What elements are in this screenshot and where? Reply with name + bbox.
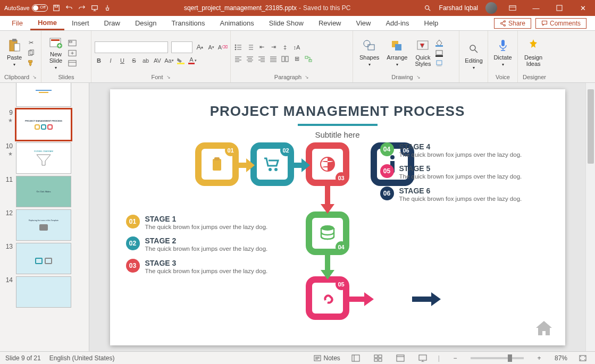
arrange-button[interactable]: Arrange▾ xyxy=(383,37,410,69)
font-size-input[interactable] xyxy=(171,41,192,53)
fit-to-window-icon[interactable] xyxy=(576,353,590,363)
thumbnail[interactable] xyxy=(16,276,71,308)
section-icon[interactable] xyxy=(68,59,77,67)
slideshow-view-icon[interactable] xyxy=(416,353,430,363)
thumbnail-panel[interactable]: 9★PROJECT MANAGEMENT PROCESS 10★FUNNEL D… xyxy=(0,83,89,351)
bold-icon[interactable]: B xyxy=(95,56,103,65)
normal-view-icon[interactable] xyxy=(349,353,363,363)
align-right-icon[interactable] xyxy=(257,55,266,63)
slide-editor[interactable]: PROJECT MANAGEMENT PROCESS Subtitle here… xyxy=(89,83,585,351)
tab-draw[interactable]: Draw xyxy=(97,16,128,30)
thumbnail[interactable]: Replacing the icons in this Template xyxy=(16,209,71,241)
strike-icon[interactable]: S xyxy=(130,56,138,65)
autosave-toggle[interactable]: AutoSave Off xyxy=(4,4,48,12)
zoom-in-icon[interactable]: + xyxy=(532,353,546,363)
spacing-icon[interactable]: AV xyxy=(153,56,162,65)
stage-list-right[interactable]: 04STAGE 4The quick brown fox jumps over … xyxy=(380,142,522,209)
indent-inc-icon[interactable]: ⇥ xyxy=(269,43,278,52)
tab-file[interactable]: File xyxy=(4,16,30,30)
design-ideas-button[interactable]: Design Ideas xyxy=(521,37,546,69)
tab-slideshow[interactable]: Slide Show xyxy=(262,16,311,30)
minimize-icon[interactable]: — xyxy=(528,3,544,13)
reset-icon[interactable] xyxy=(68,49,77,57)
stage-item[interactable]: 03STAGE 3The quick brown fox jumps over … xyxy=(126,259,268,276)
stage-item[interactable]: 06STAGE 6The quick brown fox jumps over … xyxy=(380,187,522,204)
reading-view-icon[interactable] xyxy=(393,353,407,363)
grow-font-icon[interactable]: A▴ xyxy=(196,43,204,52)
align-text-icon[interactable]: ⊞ xyxy=(292,55,301,63)
dialog-launch-icon[interactable]: ↘ xyxy=(305,74,309,80)
dialog-launch-icon[interactable]: ↘ xyxy=(166,74,171,80)
close-icon[interactable]: ✕ xyxy=(575,3,591,13)
shadow-icon[interactable]: ab xyxy=(141,56,150,65)
slide-title[interactable]: PROJECT MANAGEMENT PROCESS xyxy=(124,103,551,120)
shape-fill-icon[interactable] xyxy=(435,39,443,47)
thumbnail[interactable] xyxy=(16,83,71,107)
zoom-level[interactable]: 87% xyxy=(555,354,567,362)
shape-effects-icon[interactable] xyxy=(435,59,443,67)
vertical-scrollbar[interactable] xyxy=(585,83,595,351)
clear-format-icon[interactable]: A⌫ xyxy=(219,43,227,52)
smartart-icon[interactable] xyxy=(304,55,313,63)
flow-box-2[interactable]: 02 xyxy=(250,142,294,186)
language-status[interactable]: English (United States) xyxy=(49,354,115,362)
bullets-icon[interactable] xyxy=(234,43,242,52)
justify-icon[interactable] xyxy=(269,55,278,63)
align-center-icon[interactable] xyxy=(246,55,254,63)
italic-icon[interactable]: I xyxy=(106,56,115,65)
layout-icon[interactable] xyxy=(68,39,77,47)
avatar[interactable] xyxy=(485,2,497,14)
thumbnail[interactable]: On Click Slides xyxy=(16,176,71,207)
change-case-icon[interactable]: Aa▾ xyxy=(165,56,173,65)
stage-item[interactable]: 05STAGE 5The quick brown fox jumps over … xyxy=(380,164,522,181)
search-icon[interactable] xyxy=(423,4,432,12)
zoom-out-icon[interactable]: − xyxy=(448,353,462,363)
copy-icon[interactable] xyxy=(27,49,35,57)
share-button[interactable]: Share xyxy=(494,18,531,29)
numbering-icon[interactable] xyxy=(246,43,254,52)
stage-item[interactable]: 02STAGE 2The quick brown fox jumps over … xyxy=(126,236,268,253)
stage-list-left[interactable]: 01STAGE 1The quick brown fox jumps over … xyxy=(126,215,268,281)
font-color-icon[interactable]: A▾ xyxy=(188,56,197,65)
cut-icon[interactable]: ✂ xyxy=(27,39,35,47)
highlight-icon[interactable] xyxy=(177,56,185,65)
present-icon[interactable] xyxy=(90,4,99,12)
font-name-input[interactable] xyxy=(95,41,168,53)
tab-design[interactable]: Design xyxy=(128,16,164,30)
undo-icon[interactable] xyxy=(65,4,73,12)
save-icon[interactable] xyxy=(52,4,61,12)
dialog-launch-icon[interactable]: ↘ xyxy=(32,74,37,80)
quick-styles-button[interactable]: Quick Styles xyxy=(412,37,434,69)
thumbnail[interactable]: FUNNEL DIAGRAM xyxy=(16,142,71,174)
comments-button[interactable]: Comments xyxy=(535,18,586,29)
tab-home[interactable]: Home xyxy=(30,16,64,30)
shrink-font-icon[interactable]: A▾ xyxy=(207,43,216,52)
align-left-icon[interactable] xyxy=(234,55,242,63)
dictate-button[interactable]: Dictate▾ xyxy=(491,37,514,69)
zoom-slider[interactable] xyxy=(471,357,524,359)
tab-addins[interactable]: Add-ins xyxy=(378,16,416,30)
sorter-view-icon[interactable] xyxy=(371,353,385,363)
tab-help[interactable]: Help xyxy=(417,16,446,30)
tab-review[interactable]: Review xyxy=(311,16,349,30)
text-direction-icon[interactable]: ↕A xyxy=(292,43,301,52)
thumbnail-selected[interactable]: PROJECT MANAGEMENT PROCESS xyxy=(16,109,71,140)
indent-dec-icon[interactable]: ⇤ xyxy=(257,43,266,52)
tab-transitions[interactable]: Transitions xyxy=(164,16,212,30)
home-icon[interactable] xyxy=(534,319,554,338)
shape-outline-icon[interactable] xyxy=(435,49,443,57)
slide-subtitle[interactable]: Subtitle here xyxy=(124,130,551,139)
stage-item[interactable]: 04STAGE 4The quick brown fox jumps over … xyxy=(380,142,522,159)
new-slide-button[interactable]: New Slide ▾ xyxy=(45,33,67,72)
format-painter-icon[interactable] xyxy=(27,59,35,67)
notes-button[interactable]: Notes xyxy=(314,354,340,362)
redo-icon[interactable] xyxy=(78,4,86,12)
stage-item[interactable]: 01STAGE 1The quick brown fox jumps over … xyxy=(126,215,268,232)
editing-button[interactable]: Editing▾ xyxy=(463,40,485,72)
slide-canvas[interactable]: PROJECT MANAGEMENT PROCESS Subtitle here… xyxy=(110,89,565,345)
flow-box-4[interactable]: 04 xyxy=(306,211,349,255)
flow-box-3[interactable]: 03 xyxy=(306,142,349,186)
line-spacing-icon[interactable]: ‡ xyxy=(281,43,289,52)
flow-box-1[interactable]: 01 xyxy=(195,142,239,186)
thumbnail[interactable] xyxy=(16,243,71,274)
